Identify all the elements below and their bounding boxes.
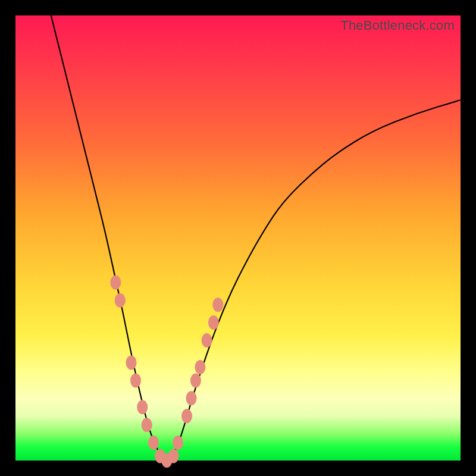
curve-marker [110,275,121,290]
curve-marker [168,449,179,464]
chart-frame: TheBottleneck.com [0,0,476,476]
curve-marker [173,436,183,450]
curve-marker [137,400,148,414]
curve-marker [208,315,219,330]
curve-marker [142,418,152,432]
curve-marker [202,333,212,347]
curve-marker [186,391,197,405]
curve-marker [195,360,205,374]
curve-marker [212,298,223,312]
marker-group [110,275,223,468]
bottleneck-curve [51,15,461,458]
plot-area: TheBottleneck.com [15,15,461,461]
curve-marker [126,355,137,369]
curve-marker [181,409,192,423]
curve-marker [190,373,201,387]
curve-marker [115,293,126,308]
curve-marker [130,373,141,387]
curve-svg [15,15,461,461]
curve-marker [148,436,159,450]
